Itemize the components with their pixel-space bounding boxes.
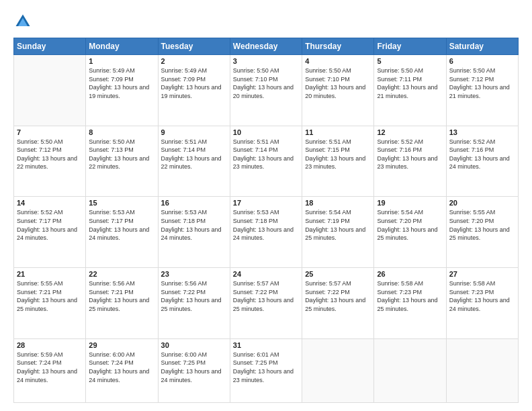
logo (13, 12, 35, 31)
sunrise: Sunrise: 5:56 AM (161, 280, 208, 287)
daylight: Daylight: 13 hours and 22 minutes. (17, 155, 77, 171)
sunrise: Sunrise: 5:51 AM (233, 138, 279, 145)
sunset: Sunset: 7:11 PM (377, 76, 422, 83)
sunrise: Sunrise: 5:53 AM (89, 209, 135, 216)
day-info: Sunrise: 5:50 AM Sunset: 7:13 PM Dayligh… (89, 138, 154, 171)
sunset: Sunset: 7:18 PM (161, 218, 206, 224)
day-number: 1 (89, 57, 154, 65)
daylight: Daylight: 13 hours and 22 minutes. (89, 155, 149, 171)
sunrise: Sunrise: 5:50 AM (89, 138, 135, 145)
day-number: 19 (377, 199, 443, 207)
day-info: Sunrise: 5:57 AM Sunset: 7:22 PM Dayligh… (305, 279, 371, 313)
sunset: Sunset: 7:22 PM (161, 289, 206, 295)
day-number: 17 (233, 199, 299, 207)
day-info: Sunrise: 5:50 AM Sunset: 7:11 PM Dayligh… (377, 66, 443, 100)
sunset: Sunset: 7:12 PM (449, 76, 494, 83)
calendar-day-header: Tuesday (158, 38, 230, 55)
day-number: 22 (89, 270, 154, 278)
day-info: Sunrise: 5:54 AM Sunset: 7:20 PM Dayligh… (377, 208, 443, 242)
daylight: Daylight: 13 hours and 25 minutes. (233, 297, 294, 312)
calendar-cell: 28 Sunrise: 5:59 AM Sunset: 7:24 PM Dayl… (14, 338, 86, 402)
day-number: 23 (161, 270, 227, 278)
calendar-day-header: Sunday (14, 38, 86, 55)
calendar-week-row: 1 Sunrise: 5:49 AM Sunset: 7:09 PM Dayli… (14, 55, 519, 126)
day-number: 16 (161, 199, 227, 207)
sunset: Sunset: 7:09 PM (161, 76, 206, 83)
calendar-cell: 26 Sunrise: 5:58 AM Sunset: 7:23 PM Dayl… (374, 268, 446, 339)
day-info: Sunrise: 5:49 AM Sunset: 7:09 PM Dayligh… (89, 66, 154, 100)
daylight: Daylight: 13 hours and 24 minutes. (161, 226, 222, 242)
page: SundayMondayTuesdayWednesdayThursdayFrid… (0, 0, 532, 411)
daylight: Daylight: 13 hours and 24 minutes. (17, 368, 77, 383)
daylight: Daylight: 13 hours and 25 minutes. (305, 226, 365, 242)
day-info: Sunrise: 5:58 AM Sunset: 7:23 PM Dayligh… (377, 279, 443, 313)
daylight: Daylight: 13 hours and 23 minutes. (233, 368, 294, 383)
logo-icon (13, 12, 32, 31)
day-info: Sunrise: 6:01 AM Sunset: 7:25 PM Dayligh… (233, 351, 299, 384)
sunset: Sunset: 7:22 PM (305, 289, 350, 295)
calendar-cell: 18 Sunrise: 5:54 AM Sunset: 7:19 PM Dayl… (302, 197, 374, 268)
calendar-day-header: Thursday (302, 38, 374, 55)
day-info: Sunrise: 5:51 AM Sunset: 7:14 PM Dayligh… (161, 138, 227, 171)
day-number: 7 (17, 128, 83, 136)
calendar-cell: 9 Sunrise: 5:51 AM Sunset: 7:14 PM Dayli… (158, 126, 230, 197)
sunrise: Sunrise: 5:58 AM (377, 280, 423, 287)
sunset: Sunset: 7:21 PM (17, 289, 62, 295)
calendar-cell: 10 Sunrise: 5:51 AM Sunset: 7:14 PM Dayl… (230, 126, 302, 197)
sunset: Sunset: 7:14 PM (233, 146, 278, 153)
day-info: Sunrise: 5:51 AM Sunset: 7:15 PM Dayligh… (305, 138, 371, 171)
sunrise: Sunrise: 5:57 AM (305, 280, 351, 287)
header (13, 12, 519, 31)
day-number: 11 (305, 128, 371, 136)
calendar-week-row: 21 Sunrise: 5:55 AM Sunset: 7:21 PM Dayl… (14, 268, 519, 339)
calendar-cell: 3 Sunrise: 5:50 AM Sunset: 7:10 PM Dayli… (230, 55, 302, 126)
calendar-day-header: Monday (86, 38, 158, 55)
day-number: 31 (233, 341, 299, 349)
sunrise: Sunrise: 5:52 AM (17, 209, 63, 216)
calendar-cell: 2 Sunrise: 5:49 AM Sunset: 7:09 PM Dayli… (158, 55, 230, 126)
sunrise: Sunrise: 5:59 AM (17, 351, 63, 358)
sunrise: Sunrise: 5:52 AM (449, 138, 496, 145)
sunset: Sunset: 7:24 PM (17, 359, 62, 366)
calendar-cell: 4 Sunrise: 5:50 AM Sunset: 7:10 PM Dayli… (302, 55, 374, 126)
sunset: Sunset: 7:22 PM (233, 289, 278, 295)
daylight: Daylight: 13 hours and 24 minutes. (449, 297, 510, 312)
day-number: 21 (17, 270, 83, 278)
sunset: Sunset: 7:10 PM (233, 76, 278, 83)
calendar-cell: 25 Sunrise: 5:57 AM Sunset: 7:22 PM Dayl… (302, 268, 374, 339)
day-number: 20 (449, 199, 515, 207)
sunset: Sunset: 7:09 PM (89, 76, 134, 83)
sunset: Sunset: 7:25 PM (233, 359, 278, 366)
calendar-cell: 7 Sunrise: 5:50 AM Sunset: 7:12 PM Dayli… (14, 126, 86, 197)
day-info: Sunrise: 5:51 AM Sunset: 7:14 PM Dayligh… (233, 138, 299, 171)
day-number: 27 (449, 270, 515, 278)
calendar-cell (302, 338, 374, 402)
calendar-cell: 27 Sunrise: 5:58 AM Sunset: 7:23 PM Dayl… (446, 268, 518, 339)
day-number: 12 (377, 128, 443, 136)
calendar-cell: 6 Sunrise: 5:50 AM Sunset: 7:12 PM Dayli… (446, 55, 518, 126)
daylight: Daylight: 13 hours and 21 minutes. (377, 84, 437, 99)
sunset: Sunset: 7:13 PM (89, 146, 134, 153)
day-number: 14 (17, 199, 83, 207)
day-info: Sunrise: 5:55 AM Sunset: 7:21 PM Dayligh… (17, 279, 83, 313)
day-info: Sunrise: 5:56 AM Sunset: 7:22 PM Dayligh… (161, 279, 227, 313)
sunset: Sunset: 7:10 PM (305, 76, 350, 83)
sunrise: Sunrise: 5:50 AM (17, 138, 63, 145)
day-number: 5 (377, 57, 443, 65)
calendar-day-header: Saturday (446, 38, 518, 55)
sunrise: Sunrise: 5:55 AM (17, 280, 63, 287)
sunset: Sunset: 7:12 PM (17, 146, 62, 153)
sunrise: Sunrise: 5:52 AM (377, 138, 423, 145)
calendar-cell: 5 Sunrise: 5:50 AM Sunset: 7:11 PM Dayli… (374, 55, 446, 126)
daylight: Daylight: 13 hours and 25 minutes. (377, 297, 437, 312)
sunrise: Sunrise: 5:50 AM (449, 67, 496, 74)
day-number: 26 (377, 270, 443, 278)
calendar-cell: 24 Sunrise: 5:57 AM Sunset: 7:22 PM Dayl… (230, 268, 302, 339)
sunrise: Sunrise: 5:56 AM (89, 280, 135, 287)
calendar-cell: 15 Sunrise: 5:53 AM Sunset: 7:17 PM Dayl… (86, 197, 158, 268)
sunset: Sunset: 7:16 PM (449, 146, 494, 153)
day-info: Sunrise: 5:56 AM Sunset: 7:21 PM Dayligh… (89, 279, 154, 313)
day-number: 2 (161, 57, 227, 65)
day-number: 9 (161, 128, 227, 136)
day-number: 24 (233, 270, 299, 278)
